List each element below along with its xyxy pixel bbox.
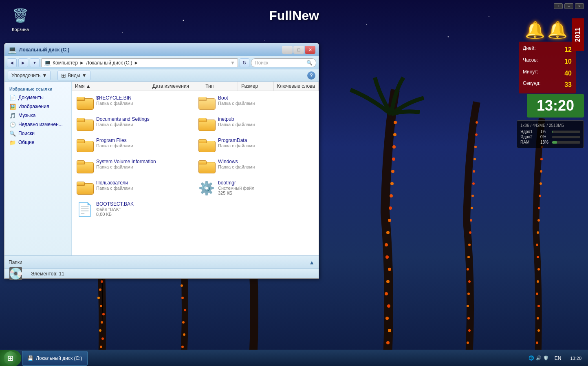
- maximize-button[interactable]: □: [293, 46, 304, 54]
- sidebar-item-recent[interactable]: 🕒 Недавно изменен...: [4, 120, 71, 129]
- svg-point-2: [183, 20, 184, 21]
- file-item-bootmgr[interactable]: ⚙️ bootmgr Системный файл 325 КБ: [195, 177, 317, 199]
- svg-point-5: [448, 36, 449, 38]
- svg-point-96: [537, 317, 539, 319]
- svg-point-68: [390, 194, 393, 197]
- ram-bar-fill: [552, 141, 557, 144]
- searches-icon: 🔍: [9, 130, 16, 137]
- users-info: Пользователи Папка с файлами: [96, 180, 192, 191]
- recycle-bin-image: 🗑️: [11, 6, 30, 25]
- file-item-boot[interactable]: Boot Папка с файлами: [195, 93, 317, 114]
- address-sep2: ►: [134, 60, 139, 66]
- address-dropdown-arrow: ▼: [230, 60, 235, 66]
- seconds-label: Секунд:: [523, 79, 541, 91]
- svg-point-14: [99, 288, 101, 291]
- file-item-recyclebin[interactable]: $RECYCLE.BIN Папка с файлами: [73, 93, 195, 114]
- sidebar-item-music[interactable]: 🎵 Музыка: [4, 111, 71, 120]
- file-item-docsettings[interactable]: Documents and Settings Папка с файлами: [73, 114, 195, 135]
- svg-point-85: [470, 219, 472, 222]
- svg-point-39: [184, 309, 186, 311]
- help-button[interactable]: ?: [307, 71, 315, 80]
- search-box[interactable]: Поиск 🔍: [251, 58, 316, 67]
- images-label: Изображения: [18, 104, 49, 109]
- ram-bar: [552, 141, 580, 144]
- refresh-button[interactable]: ↻: [240, 58, 249, 67]
- col-date-header[interactable]: Дата изменения: [149, 82, 202, 91]
- top-ctrl-minus[interactable]: –: [564, 3, 573, 9]
- organize-button[interactable]: Упорядочить ▼: [8, 71, 51, 80]
- svg-point-10: [101, 321, 103, 324]
- forward-button[interactable]: ►: [18, 58, 28, 67]
- svg-point-106: [539, 195, 541, 197]
- views-button[interactable]: ⊞ Виды ▼: [57, 71, 90, 80]
- tray-icons: 🌐 🔊 🛡️: [529, 355, 549, 361]
- svg-point-77: [467, 317, 470, 319]
- sysvolinfo-name: System Volume Information: [96, 159, 192, 164]
- close-button[interactable]: ✕: [305, 46, 315, 54]
- svg-point-13: [97, 297, 100, 299]
- file-item-programdata[interactable]: ProgramData Папка с файлами: [195, 135, 317, 156]
- windows-meta: Папка с файлами: [218, 164, 314, 169]
- tray-security-icon: 🛡️: [543, 355, 549, 361]
- clock-widget: 13:20: [527, 94, 584, 118]
- col-type-header[interactable]: Тип: [202, 82, 238, 91]
- sidebar-item-searches[interactable]: 🔍 Поиски: [4, 129, 71, 138]
- folders-panel[interactable]: Папки ▲: [4, 255, 319, 268]
- days-value: 12: [564, 44, 572, 56]
- svg-point-88: [472, 182, 475, 185]
- music-label: Музыка: [18, 113, 35, 118]
- back-button[interactable]: ◄: [7, 58, 17, 67]
- file-item-inetpub[interactable]: inetpub Папка с файлами: [195, 114, 317, 135]
- sidebar-item-images[interactable]: 🖼️ Изображения: [4, 102, 71, 111]
- svg-point-1: [122, 32, 123, 33]
- svg-point-84: [469, 231, 471, 234]
- bell-icon: 🔔: [525, 21, 545, 39]
- svg-point-71: [392, 157, 395, 161]
- recyclebin-folder-icon: [77, 95, 93, 111]
- clock-display: 13:20: [537, 97, 574, 114]
- inetpub-folder-icon: [198, 116, 215, 133]
- start-button[interactable]: ⊞: [0, 350, 21, 366]
- documents-label: Документы: [18, 95, 44, 100]
- file-item-bootsect[interactable]: 📄 BOOTSECT.BAK Файл "BAK" 8,00 КБ: [73, 199, 195, 220]
- svg-point-41: [181, 284, 183, 287]
- col-keywords-header[interactable]: Ключевые слова: [274, 82, 319, 91]
- bootsect-info: BOOTSECT.BAK Файл "BAK" 8,00 КБ: [96, 201, 192, 217]
- top-ctrl-close[interactable]: ×: [575, 3, 584, 9]
- svg-point-82: [467, 256, 470, 258]
- file-item-sysvolinfo[interactable]: System Volume Information Папка с файлам…: [73, 156, 195, 177]
- recycle-bin-icon[interactable]: 🗑️ Корзина: [4, 4, 37, 34]
- sidebar-item-shared[interactable]: 📁 Общие: [4, 138, 71, 147]
- taskbar-right: 🌐 🔊 🛡️ EN 13:20: [529, 355, 588, 361]
- file-item-users[interactable]: Пользователи Папка с файлами: [73, 177, 195, 199]
- fullnew-title: FullNew: [269, 8, 319, 23]
- start-orb: ⊞: [4, 351, 18, 365]
- svg-point-4: [366, 24, 367, 25]
- col-size-header[interactable]: Размер: [238, 82, 274, 91]
- address-path[interactable]: 💻 Компьютер ► Локальный диск (C:) ► ▼: [41, 58, 238, 67]
- taskbar-item-explorer[interactable]: 💾 Локальный диск (C:): [22, 351, 88, 366]
- svg-point-36: [181, 346, 184, 348]
- window-title: Локальный диск (C:): [19, 47, 69, 53]
- svg-point-65: [386, 231, 390, 234]
- file-item-windows[interactable]: Windows Папка с файлами: [195, 156, 317, 177]
- svg-point-80: [468, 280, 471, 283]
- file-item-programfiles[interactable]: Program Files Папка с файлами: [73, 135, 195, 156]
- dropdown-button[interactable]: ▼: [30, 58, 40, 67]
- svg-point-79: [467, 293, 470, 295]
- top-ctrl-add[interactable]: +: [554, 3, 563, 9]
- lang-indicator: EN: [552, 355, 564, 361]
- col-name-header[interactable]: Имя ▲: [72, 82, 149, 91]
- users-meta: Папка с файлами: [96, 186, 192, 191]
- seconds-value: 33: [564, 79, 572, 91]
- windows-info: Windows Папка с файлами: [218, 159, 314, 169]
- toolbar-separator-1: [54, 71, 54, 80]
- status-bar: 💽 Элементов: 11: [4, 268, 319, 278]
- sidebar-item-documents[interactable]: 📄 Документы: [4, 93, 71, 102]
- svg-point-8: [101, 337, 104, 340]
- explorer-window: 💻 Локальный диск (C:) _ □ ✕ ◄ ► ▼ 💻 Комп…: [4, 43, 319, 279]
- minimize-button[interactable]: _: [282, 46, 293, 54]
- svg-point-37: [183, 333, 185, 336]
- svg-point-7: [100, 346, 102, 348]
- computer-icon: 💻: [44, 60, 51, 66]
